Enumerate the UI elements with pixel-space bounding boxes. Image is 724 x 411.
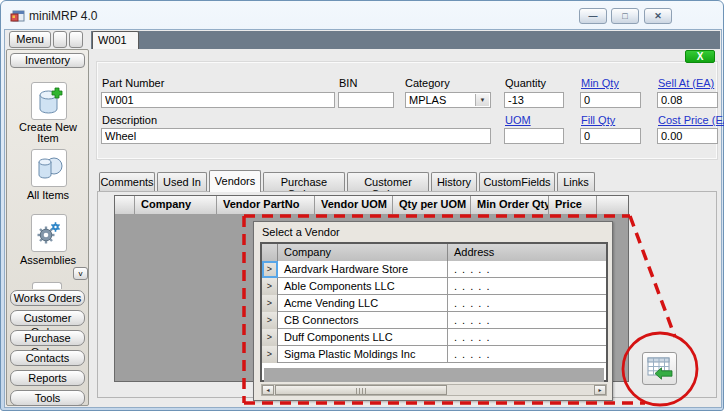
price-column-header[interactable]: Price [549,196,597,214]
row-selector-button[interactable]: > [262,329,278,346]
select-vendor-popup: Select a Vendor Company Address > Aardva… [253,221,613,401]
vendor-company-cell[interactable]: CB Connectors [278,312,448,328]
pick-vendor-grid-button[interactable] [642,352,677,385]
all-items-icon [35,154,63,182]
sidebar-item-reports[interactable]: Reports [10,370,85,386]
bin-field[interactable] [338,92,394,108]
scrollbar-thumb[interactable] [275,385,447,395]
title-bar[interactable]: miniMRP 4.0 — □ ✕ [1,1,723,29]
vendor-address-cell[interactable]: . . . . . [448,261,606,277]
menu-extra-button-1[interactable] [53,31,67,48]
vendor-company-cell[interactable]: Acme Vending LLC [278,295,448,311]
minimize-button[interactable]: — [579,8,607,24]
assemblies-gear-icon [35,219,63,247]
vendor-uom-column-header[interactable]: Vendor UOM [315,196,393,214]
assemblies-button[interactable] [31,214,67,252]
vendor-address-cell[interactable]: . . . . . [448,312,606,328]
fill-qty-field[interactable] [580,128,641,144]
vendors-table-header: Company Vendor PartNo Vendor UOM Qty per… [115,196,628,214]
vendor-company-cell[interactable]: Sigma Plastic Moldings Inc [278,346,448,362]
tab-customfields[interactable]: CustomFields [479,172,555,191]
vendor-row[interactable]: > Duff Components LLC . . . . . [262,329,606,346]
row-selector-arrow-icon: > [267,298,272,308]
company-column-header[interactable]: Company [278,244,448,261]
qty-per-uom-column-header[interactable]: Qty per UOM [393,196,471,214]
sell-at-field[interactable] [657,92,718,108]
cost-price-link[interactable]: Cost Price (EA) [658,114,724,126]
horizontal-scrollbar[interactable]: ◄ ► [261,384,607,396]
uom-field[interactable] [504,128,564,144]
tab-used-in[interactable]: Used In [157,172,207,191]
bin-label: BIN [339,77,357,89]
fill-qty-link[interactable]: Fill Qty [581,114,615,126]
row-selector-arrow-icon: > [267,281,272,291]
row-selector-button[interactable]: > [262,261,278,278]
selector-column-header [262,244,278,261]
row-selector-button[interactable]: > [262,312,278,329]
part-number-label: Part Number [102,77,164,89]
close-button[interactable]: ✕ [644,8,672,24]
min-order-qty-column-header[interactable]: Min Order Qty [471,196,549,214]
row-selector-button[interactable]: > [262,278,278,295]
quantity-field[interactable] [504,92,564,108]
sell-at-link[interactable]: Sell At (EA) [658,77,714,89]
vendor-row[interactable]: > Able Components LLC . . . . . [262,278,606,295]
part-number-field[interactable] [101,92,335,108]
document-tab-w001[interactable]: W001 [92,31,139,49]
vendor-row[interactable]: > Acme Vending LLC . . . . . [262,295,606,312]
vendor-address-cell[interactable]: . . . . . [448,346,606,362]
close-item-button[interactable]: X [685,50,715,63]
category-dropdown[interactable]: MPLAS ▼ [405,92,491,108]
sidebar-overflow-button[interactable]: v [73,267,88,280]
sidebar: Inventory Create New Item All Items [6,49,89,406]
vendor-company-cell[interactable]: Duff Components LLC [278,329,448,345]
row-selector-button[interactable]: > [262,346,278,363]
tab-comments[interactable]: Comments [99,172,155,191]
uom-link[interactable]: UOM [505,114,531,126]
app-window: miniMRP 4.0 — □ ✕ Menu W001 X Inventory … [0,0,724,411]
sidebar-group-inventory[interactable]: Inventory [10,53,85,68]
vendor-partno-column-header[interactable]: Vendor PartNo [217,196,315,214]
vendor-address-cell[interactable]: . . . . . [448,278,606,294]
tab-customer-orders[interactable]: Customer Orders [347,172,429,191]
sidebar-item-works-orders[interactable]: Works Orders [10,290,85,306]
min-qty-link[interactable]: Min Qty [581,77,619,89]
sidebar-item-tools[interactable]: Tools [10,390,85,406]
all-items-button[interactable] [31,149,67,187]
address-column-header[interactable]: Address [448,244,606,261]
vendor-address-cell[interactable]: . . . . . [448,329,606,345]
sidebar-item-customer-orders[interactable]: Customer Orders [10,310,85,326]
vendor-picker-header: Company Address [262,244,606,261]
chevron-down-icon[interactable]: ▼ [475,94,489,106]
vendor-company-cell[interactable]: Aardvark Hardware Store [278,261,448,277]
min-qty-field[interactable] [580,92,641,108]
vendor-row[interactable]: > Aardvark Hardware Store . . . . . [262,261,606,278]
vendor-company-cell[interactable]: Able Components LLC [278,278,448,294]
category-label: Category [405,77,450,89]
tab-purchase-orders[interactable]: Purchase Orders [263,172,345,191]
sidebar-item-purchase-orders[interactable]: Purchase Orders [10,330,85,346]
vendor-address-cell[interactable]: . . . . . [448,295,606,311]
cost-price-field[interactable] [657,128,718,144]
vendor-row[interactable]: > Sigma Plastic Moldings Inc . . . . . [262,346,606,363]
table-arrow-icon [647,357,673,381]
row-selector-button[interactable]: > [262,295,278,312]
maximize-button[interactable]: □ [611,8,639,24]
hidden-tool-icon [32,282,62,289]
selector-column-header [115,196,135,214]
scroll-right-button[interactable]: ► [594,385,606,395]
tab-history[interactable]: History [431,172,477,191]
quantity-label: Quantity [505,77,546,89]
vendor-row[interactable]: > CB Connectors . . . . . [262,312,606,329]
scrollbar-grip-icon [356,388,366,394]
sidebar-item-contacts[interactable]: Contacts [10,350,85,366]
tab-vendors[interactable]: Vendors [209,170,261,192]
company-column-header[interactable]: Company [135,196,217,214]
menu-button[interactable]: Menu [9,31,51,48]
description-field[interactable] [101,128,491,144]
scroll-left-button[interactable]: ◄ [262,385,274,395]
tab-links[interactable]: Links [557,172,595,191]
create-new-item-button[interactable] [31,82,67,120]
row-selector-arrow-icon: > [267,349,272,359]
menu-extra-button-2[interactable] [69,31,83,48]
